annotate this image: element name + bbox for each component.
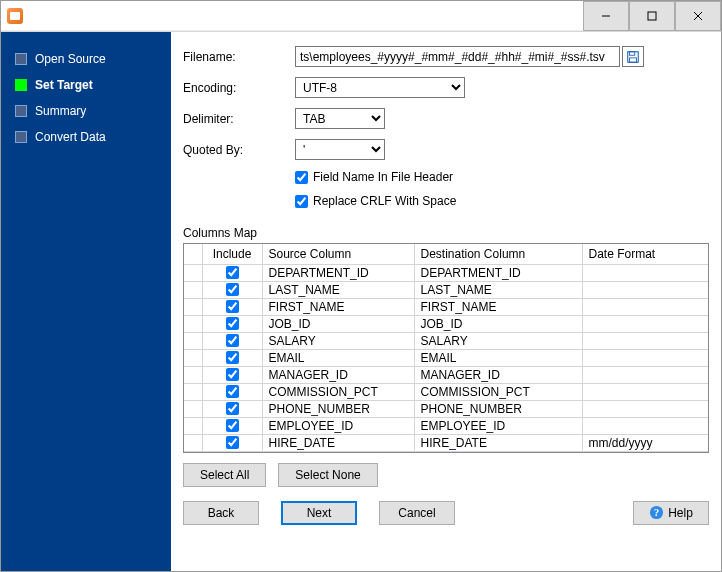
cancel-button[interactable]: Cancel <box>379 501 455 525</box>
include-checkbox[interactable] <box>226 402 239 415</box>
next-button[interactable]: Next <box>281 501 357 525</box>
dateformat-cell[interactable] <box>582 366 708 383</box>
include-checkbox[interactable] <box>226 436 239 449</box>
table-row[interactable]: EMPLOYEE_IDEMPLOYEE_ID <box>184 417 708 434</box>
destination-cell[interactable]: FIRST_NAME <box>414 298 582 315</box>
row-header[interactable] <box>184 315 202 332</box>
source-cell[interactable]: EMPLOYEE_ID <box>262 417 414 434</box>
replace-crlf-checkbox[interactable] <box>295 195 308 208</box>
dateformat-cell[interactable] <box>582 417 708 434</box>
include-checkbox[interactable] <box>226 368 239 381</box>
destination-cell[interactable]: JOB_ID <box>414 315 582 332</box>
include-checkbox[interactable] <box>226 266 239 279</box>
row-header[interactable] <box>184 332 202 349</box>
dateformat-cell[interactable] <box>582 315 708 332</box>
source-cell[interactable]: MANAGER_ID <box>262 366 414 383</box>
destination-cell[interactable]: SALARY <box>414 332 582 349</box>
close-button[interactable] <box>675 1 721 31</box>
table-row[interactable]: JOB_IDJOB_ID <box>184 315 708 332</box>
destination-cell[interactable]: EMAIL <box>414 349 582 366</box>
include-cell <box>202 281 262 298</box>
step-open-source[interactable]: Open Source <box>15 46 171 72</box>
row-header[interactable] <box>184 383 202 400</box>
table-row[interactable]: EMAILEMAIL <box>184 349 708 366</box>
browse-file-button[interactable] <box>622 46 644 67</box>
row-header[interactable] <box>184 366 202 383</box>
destination-cell[interactable]: DEPARTMENT_ID <box>414 264 582 281</box>
include-checkbox[interactable] <box>226 334 239 347</box>
table-row[interactable]: MANAGER_IDMANAGER_ID <box>184 366 708 383</box>
maximize-button[interactable] <box>629 1 675 31</box>
row-header[interactable] <box>184 281 202 298</box>
delimiter-select[interactable]: TAB <box>295 108 385 129</box>
select-none-button[interactable]: Select None <box>278 463 377 487</box>
header-dateformat[interactable]: Date Format <box>582 244 708 264</box>
minimize-button[interactable] <box>583 1 629 31</box>
destination-cell[interactable]: COMMISSION_PCT <box>414 383 582 400</box>
encoding-select[interactable]: UTF-8 <box>295 77 465 98</box>
dateformat-cell[interactable] <box>582 400 708 417</box>
table-row[interactable]: COMMISSION_PCTCOMMISSION_PCT <box>184 383 708 400</box>
source-cell[interactable]: PHONE_NUMBER <box>262 400 414 417</box>
columns-table-wrap[interactable]: Include Source Column Destination Column… <box>183 243 709 453</box>
source-cell[interactable]: COMMISSION_PCT <box>262 383 414 400</box>
dateformat-cell[interactable] <box>582 349 708 366</box>
source-cell[interactable]: DEPARTMENT_ID <box>262 264 414 281</box>
dateformat-cell[interactable] <box>582 383 708 400</box>
table-row[interactable]: HIRE_DATEHIRE_DATEmm/dd/yyyy <box>184 434 708 451</box>
dateformat-cell[interactable]: mm/dd/yyyy <box>582 434 708 451</box>
row-header[interactable] <box>184 349 202 366</box>
dateformat-cell[interactable] <box>582 264 708 281</box>
row-header[interactable] <box>184 434 202 451</box>
include-checkbox[interactable] <box>226 385 239 398</box>
row-header[interactable] <box>184 417 202 434</box>
source-cell[interactable]: SALARY <box>262 332 414 349</box>
source-cell[interactable]: HIRE_DATE <box>262 434 414 451</box>
include-checkbox[interactable] <box>226 351 239 364</box>
table-row[interactable]: DEPARTMENT_IDDEPARTMENT_ID <box>184 264 708 281</box>
destination-cell[interactable]: EMPLOYEE_ID <box>414 417 582 434</box>
include-checkbox[interactable] <box>226 283 239 296</box>
help-button[interactable]: ? Help <box>633 501 709 525</box>
svg-text:?: ? <box>654 507 659 518</box>
quoted-by-select[interactable]: ' <box>295 139 385 160</box>
table-row[interactable]: SALARYSALARY <box>184 332 708 349</box>
step-summary[interactable]: Summary <box>15 98 171 124</box>
header-source[interactable]: Source Column <box>262 244 414 264</box>
destination-cell[interactable]: LAST_NAME <box>414 281 582 298</box>
row-header[interactable] <box>184 264 202 281</box>
step-convert-data[interactable]: Convert Data <box>15 124 171 150</box>
source-cell[interactable]: LAST_NAME <box>262 281 414 298</box>
source-cell[interactable]: EMAIL <box>262 349 414 366</box>
field-name-header-checkbox[interactable] <box>295 171 308 184</box>
header-include[interactable]: Include <box>202 244 262 264</box>
header-destination[interactable]: Destination Column <box>414 244 582 264</box>
row-header[interactable] <box>184 400 202 417</box>
step-label: Convert Data <box>35 130 106 144</box>
select-all-button[interactable]: Select All <box>183 463 266 487</box>
dateformat-cell[interactable] <box>582 332 708 349</box>
dateformat-cell[interactable] <box>582 281 708 298</box>
step-indicator-icon <box>15 53 27 65</box>
include-checkbox[interactable] <box>226 317 239 330</box>
destination-cell[interactable]: HIRE_DATE <box>414 434 582 451</box>
include-checkbox[interactable] <box>226 419 239 432</box>
source-cell[interactable]: JOB_ID <box>262 315 414 332</box>
table-row[interactable]: FIRST_NAMEFIRST_NAME <box>184 298 708 315</box>
field-name-header-label: Field Name In File Header <box>313 170 453 184</box>
destination-cell[interactable]: MANAGER_ID <box>414 366 582 383</box>
table-row[interactable]: LAST_NAMELAST_NAME <box>184 281 708 298</box>
field-name-header-row: Field Name In File Header <box>295 170 709 184</box>
help-icon: ? <box>649 505 664 520</box>
row-header[interactable] <box>184 298 202 315</box>
table-row[interactable]: PHONE_NUMBERPHONE_NUMBER <box>184 400 708 417</box>
dateformat-cell[interactable] <box>582 298 708 315</box>
include-cell <box>202 264 262 281</box>
filename-input[interactable] <box>295 46 620 67</box>
include-checkbox[interactable] <box>226 300 239 313</box>
source-cell[interactable]: FIRST_NAME <box>262 298 414 315</box>
destination-cell[interactable]: PHONE_NUMBER <box>414 400 582 417</box>
step-set-target[interactable]: Set Target <box>15 72 171 98</box>
include-cell <box>202 332 262 349</box>
back-button[interactable]: Back <box>183 501 259 525</box>
